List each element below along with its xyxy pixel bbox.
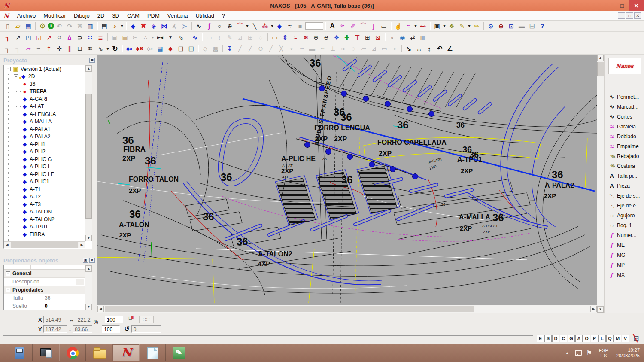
canvas-vertical-scrollbar[interactable]: ▲ ▼ — [597, 55, 604, 313]
toolbar-button[interactable]: ▾ — [270, 21, 274, 31]
tool-item[interactable]: Paralela — [605, 122, 644, 131]
title-bar[interactable]: N NAXOS - [105 - A-GARI, Talla base (36)… — [0, 0, 644, 11]
menu-item[interactable]: PDM — [143, 12, 164, 20]
action-center-flag-icon[interactable]: ⚑ — [586, 349, 592, 357]
tree-item[interactable]: A-T1 — [4, 186, 85, 193]
toolbar-button[interactable]: ℹ — [48, 23, 54, 29]
snap-letter-button[interactable]: A — [575, 335, 583, 342]
tree-item[interactable]: A-TALON2 — [4, 216, 85, 223]
toolbar-button[interactable]: ⌒ — [235, 21, 245, 31]
toolbar-button[interactable]: ▤ — [99, 21, 109, 31]
close-button[interactable]: ✕ — [629, 0, 644, 11]
tool-item[interactable]: Doblado — [605, 131, 644, 141]
toolbar-button[interactable]: ▾ — [467, 21, 471, 31]
tree-item[interactable]: 36 — [4, 80, 85, 88]
menu-item[interactable]: ? — [218, 12, 229, 20]
toolbar-button[interactable]: ⇄ — [407, 33, 418, 42]
tool-item[interactable]: Talla pi... — [605, 171, 644, 181]
toolbar-button[interactable]: ⊟ — [176, 44, 186, 53]
toolbar-button[interactable]: ▣ — [432, 21, 442, 31]
toolbar-button[interactable]: ↻ — [110, 44, 120, 53]
dock-icon[interactable]: ▣ — [89, 58, 95, 63]
toolbar-button[interactable]: ▾ — [106, 44, 110, 53]
ellipsis-button[interactable]: ... — [76, 279, 84, 285]
scroll-up-icon[interactable]: ▲ — [85, 265, 92, 272]
toolbar-button[interactable]: ≈ — [337, 21, 348, 31]
toolbar-button[interactable]: ≻ — [179, 21, 190, 31]
toolbar-button[interactable]: ☝ — [393, 21, 403, 31]
tree-item[interactable]: A-LENGUA — [4, 110, 85, 118]
toolbar-button[interactable]: ∆ — [64, 33, 75, 42]
collapse-icon[interactable]: − — [14, 74, 18, 79]
snap-letter-button[interactable]: M — [614, 335, 621, 342]
taskbar-button[interactable] — [166, 344, 192, 361]
properties-scrollbar[interactable]: ▲ ▼ — [85, 265, 92, 310]
toolbar-button[interactable]: ▶◀ — [155, 33, 165, 42]
scroll-right-icon[interactable]: ▶ — [79, 242, 85, 248]
tree-item[interactable]: A-PLI2 — [4, 148, 85, 156]
tool-item[interactable]: Rebajado — [605, 151, 644, 161]
toolbar-button[interactable]: ◌ — [255, 33, 266, 42]
toolbar-button[interactable]: ∠ — [445, 44, 455, 53]
toolbar-button[interactable]: ⊟ — [527, 21, 537, 31]
toolbar-button[interactable]: ⊃ — [75, 33, 85, 42]
toolbar-button[interactable]: ▤ — [120, 33, 130, 42]
toolbar-button[interactable]: ≈ — [338, 44, 348, 53]
toolbar-button[interactable]: ✏ — [471, 21, 482, 31]
toolbar-button[interactable]: ○ — [214, 21, 225, 31]
toolbar-button[interactable]: ✚ — [342, 33, 352, 42]
scroll-up-icon[interactable]: ▲ — [85, 65, 92, 72]
axis-origin-icon[interactable] — [127, 316, 136, 323]
network-icon[interactable] — [574, 349, 582, 357]
toolbar-button[interactable] — [124, 21, 128, 31]
suelto-value-field[interactable]: 0 — [42, 302, 85, 310]
height-value-field[interactable]: 83.66 — [73, 325, 92, 333]
tool-item[interactable]: MP — [605, 260, 644, 270]
toolbar-button[interactable]: ▯ — [3, 21, 13, 31]
snap-letter-button[interactable]: L — [598, 335, 606, 342]
scrollbar-thumb[interactable] — [105, 306, 474, 312]
y-coordinate-field[interactable]: 137.42 — [43, 325, 67, 333]
rotation-value-field[interactable]: 0 — [131, 325, 161, 333]
tool-item[interactable]: Perimet... — [605, 92, 644, 102]
tool-item[interactable]: Eje de e... — [605, 201, 644, 210]
tool-item[interactable]: Empalme — [605, 141, 644, 151]
tree-root-item[interactable]: − Versión 1 (Actual) — [4, 65, 85, 73]
toolbar-button[interactable]: ↷ — [64, 21, 75, 31]
tool-item[interactable]: Pieza — [605, 181, 644, 191]
language-indicator[interactable]: ESP ES — [599, 348, 608, 358]
collapse-icon[interactable]: − — [6, 271, 10, 276]
snap-letter-button[interactable]: V — [622, 335, 629, 342]
toolbar-button[interactable]: ⊿ — [369, 44, 379, 53]
toolbar-button[interactable]: ■ — [295, 21, 305, 31]
toolbar-button[interactable]: ⊞ — [245, 33, 255, 42]
toolbar-button[interactable] — [305, 22, 323, 30]
toolbar-button[interactable]: ↧ — [225, 44, 235, 53]
snap-letter-button[interactable]: P — [591, 335, 598, 342]
toolbar-button[interactable]: † — [44, 44, 54, 53]
hidden-icons-chevron[interactable]: ▴ — [566, 350, 568, 355]
tree-item[interactable]: A-PALA1 — [4, 125, 85, 133]
close-panel-icon[interactable]: × — [89, 258, 95, 263]
toolbar-button[interactable]: ▬ — [516, 21, 527, 31]
toolbar-button[interactable]: ▭ — [270, 33, 280, 42]
toolbar-button[interactable]: ╳ — [276, 44, 286, 53]
child-close-button[interactable]: ✕ — [634, 12, 641, 19]
menu-item[interactable]: 3D — [108, 12, 123, 20]
toolbar-button[interactable]: ↶ — [434, 44, 445, 53]
toolbar-button[interactable]: ⚙ — [37, 21, 48, 31]
toolbar-button[interactable] — [196, 44, 200, 53]
menu-item[interactable]: Utilidad — [192, 12, 218, 20]
clock[interactable]: 10:27 20/03/2025 — [616, 347, 640, 359]
toolbar-button[interactable]: ▾ — [413, 21, 418, 31]
toolbar-button[interactable]: ⇘ — [176, 33, 186, 42]
toolbar-button[interactable]: ≋ — [85, 44, 95, 53]
toolbar-button[interactable]: ▩ — [210, 44, 221, 53]
toolbar-button[interactable]: ┉ — [317, 44, 328, 53]
toolbar-button[interactable]: ❖ — [447, 21, 457, 31]
toolbar-button[interactable]: ◆» — [124, 44, 134, 53]
tree-group-item[interactable]: − 2D — [4, 73, 85, 81]
toolbar-button[interactable]: ≀ — [214, 33, 225, 42]
zoom-x-input[interactable]: 100 — [105, 316, 123, 323]
toolbar-button[interactable]: ▭ — [379, 44, 389, 53]
